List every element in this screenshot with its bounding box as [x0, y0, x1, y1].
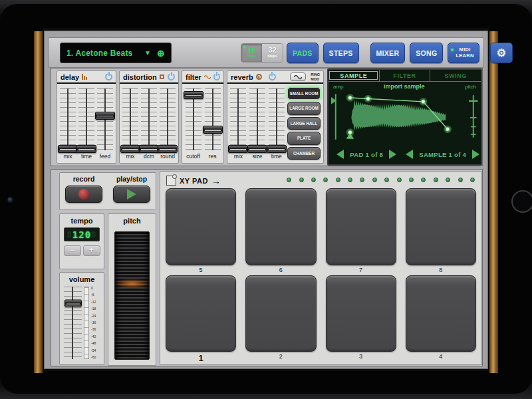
- tab-filter[interactable]: FILTER: [379, 70, 430, 81]
- slider-label: feed: [100, 152, 111, 160]
- preset-plate[interactable]: PLATE: [287, 132, 321, 144]
- distortion-power-icon[interactable]: [168, 73, 175, 80]
- drum-pad-5[interactable]: [166, 188, 236, 265]
- steps-16-button[interactable]: 16 steps: [241, 44, 262, 62]
- tab-sample[interactable]: SAMPLE: [329, 70, 379, 81]
- filter-power-icon[interactable]: [213, 73, 220, 80]
- envelope-node[interactable]: [421, 100, 425, 104]
- slider-handle[interactable]: [228, 145, 248, 153]
- ring-mod-label: RING MOD: [311, 72, 320, 80]
- slider-handle[interactable]: [120, 145, 140, 153]
- tempo-label: tempo: [60, 214, 104, 225]
- sample-screen-tabs: SAMPLE FILTER SWING: [329, 70, 481, 82]
- step-led: [470, 178, 475, 182]
- delay-power-icon[interactable]: [105, 73, 112, 80]
- add-patch-icon[interactable]: ⊕: [157, 48, 165, 59]
- volume-scale-tick: -24: [91, 315, 101, 318]
- volume-slider-handle[interactable]: [65, 300, 82, 307]
- drum-pad-8[interactable]: [406, 188, 476, 265]
- slider-handle[interactable]: [58, 145, 78, 153]
- import-sample-button[interactable]: import sample: [344, 83, 466, 90]
- size-slider[interactable]: [249, 87, 265, 152]
- time-slider[interactable]: [269, 87, 285, 152]
- slider-col-time: time: [267, 87, 286, 160]
- volume-scale-tick: 0: [91, 287, 101, 290]
- ring-mod-button[interactable]: [290, 72, 306, 81]
- pad-number: 8: [406, 265, 476, 275]
- drum-pad-7[interactable]: [326, 188, 396, 265]
- slider-handle[interactable]: [95, 112, 115, 120]
- slider-track: [230, 88, 246, 150]
- drum-pad-4[interactable]: [406, 275, 476, 352]
- mix-slider[interactable]: [230, 87, 246, 152]
- pitch-env-label: pitch: [465, 84, 476, 90]
- slider-label: cutoff: [186, 152, 200, 160]
- record-button[interactable]: [65, 186, 102, 203]
- patch-selector[interactable]: 1. Acetone Beats ▼ ⊕: [60, 43, 172, 63]
- feed-slider[interactable]: [97, 87, 113, 152]
- preset-large-hall[interactable]: LARGE HALL: [287, 117, 321, 130]
- envelope-node[interactable]: [446, 127, 450, 131]
- time-slider[interactable]: [78, 87, 94, 152]
- slider-handle[interactable]: [184, 91, 203, 99]
- preset-large-room[interactable]: LARGE ROOM: [287, 102, 321, 114]
- envelope-node[interactable]: [366, 97, 370, 101]
- preset-small-room[interactable]: SMALL ROOM: [287, 87, 321, 100]
- slider-handle[interactable]: [76, 145, 96, 153]
- envelope-node[interactable]: [348, 96, 352, 100]
- volume-meter: [84, 287, 89, 359]
- slider-handle[interactable]: [203, 126, 223, 134]
- waveform-svg[interactable]: [340, 91, 469, 143]
- dcm-slider[interactable]: [141, 87, 157, 152]
- res-slider[interactable]: [205, 87, 221, 152]
- preset-chamber[interactable]: CHAMBER: [287, 147, 321, 160]
- prev-pad-button[interactable]: [336, 150, 344, 159]
- steps-32-button[interactable]: 32 steps: [262, 44, 283, 62]
- tempo-plus-button[interactable]: +: [83, 245, 100, 256]
- waveform-shape: [351, 99, 446, 130]
- mix-slider[interactable]: [122, 87, 138, 152]
- slider-handle[interactable]: [158, 145, 178, 153]
- drum-pad-6[interactable]: [245, 188, 316, 265]
- gear-icon: ⚙: [497, 47, 507, 59]
- settings-button[interactable]: ⚙: [490, 43, 513, 63]
- tab-pads[interactable]: PADS: [287, 43, 319, 63]
- home-button[interactable]: [511, 190, 532, 213]
- drum-pad-3[interactable]: [326, 275, 396, 352]
- tempo-display: 120: [64, 227, 100, 241]
- drum-pad-1[interactable]: [166, 275, 236, 352]
- slider-handle[interactable]: [267, 145, 287, 153]
- pitch-wheel[interactable]: [114, 231, 150, 360]
- tab-mixer[interactable]: MIXER: [370, 43, 406, 63]
- xy-pad-button[interactable]: XY PAD →: [166, 176, 221, 186]
- pitch-panel: pitch: [108, 213, 156, 366]
- volume-scale-tick: -6: [91, 293, 101, 297]
- pitch-env-slider[interactable]: [469, 91, 478, 143]
- tab-song[interactable]: SONG: [410, 43, 443, 63]
- drum-pad-2[interactable]: [245, 275, 316, 352]
- round-slider[interactable]: [160, 87, 176, 152]
- effects-section: delay mixtimefeed distortion mixdcmround…: [51, 68, 483, 166]
- play-stop-button[interactable]: [113, 186, 150, 203]
- slider-handle[interactable]: [247, 145, 267, 153]
- dropdown-icon[interactable]: ▼: [144, 49, 151, 57]
- bottom-section: record play/stop tempo 120 − + pitch vol…: [51, 169, 483, 366]
- step-led: [311, 178, 316, 182]
- reverb-power-icon[interactable]: [269, 73, 276, 80]
- sine-wave-icon: [204, 74, 211, 80]
- mix-slider[interactable]: [60, 87, 76, 152]
- tab-midi-learn[interactable]: MIDI LEARN: [448, 43, 479, 63]
- slider-col-feed: feed: [96, 87, 114, 160]
- volume-slider[interactable]: [64, 285, 82, 360]
- cutoff-slider[interactable]: [186, 87, 201, 152]
- prev-sample-button[interactable]: [406, 150, 413, 159]
- tab-steps[interactable]: STEPS: [323, 43, 359, 63]
- amp-slider[interactable]: [331, 91, 340, 143]
- slider-handle[interactable]: [139, 145, 159, 153]
- next-sample-button[interactable]: [472, 150, 479, 159]
- tab-swing[interactable]: SWING: [430, 70, 481, 81]
- pad-cell-6: 6: [245, 188, 316, 275]
- next-pad-button[interactable]: [389, 150, 396, 159]
- tempo-minus-button[interactable]: −: [64, 245, 81, 256]
- step-led: [360, 178, 364, 182]
